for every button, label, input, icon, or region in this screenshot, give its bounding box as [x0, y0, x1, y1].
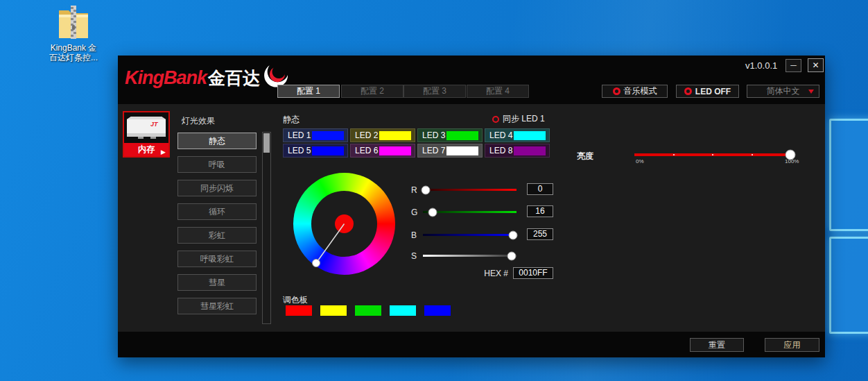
effect-button-rainbow[interactable]: 彩虹 [177, 227, 257, 244]
brightness-tick-50 [712, 154, 713, 155]
effects-scrollbar-thumb[interactable] [263, 133, 270, 153]
led-2-label: LED 2 [355, 130, 378, 140]
palette-swatch-cyan[interactable] [390, 305, 416, 316]
zip-folder-icon [58, 4, 89, 40]
led-6-cell[interactable]: LED 6 [350, 144, 415, 158]
led-6-color-swatch [379, 146, 411, 155]
music-mode-icon [613, 87, 620, 95]
led-5-cell[interactable]: LED 5 [283, 144, 348, 158]
slider-g-handle[interactable] [428, 208, 437, 217]
led-2-cell[interactable]: LED 2 [350, 128, 415, 142]
app-window: v1.0.0.1 ─ ✕ KingBank 金百达 配置 1 配置 2 配置 3… [118, 56, 825, 357]
led-8-label: LED 8 [489, 146, 512, 155]
slider-s-handle[interactable] [507, 251, 517, 260]
slider-r-track[interactable] [423, 189, 517, 191]
desktop-wallpaper: KingBank 金 百达灯条控... v1.0.0.1 ─ ✕ KingBan… [0, 0, 868, 381]
led-1-cell[interactable]: LED 1 [283, 128, 348, 142]
svg-text:JT: JT [150, 121, 159, 128]
sync-indicator-icon [492, 116, 499, 123]
sync-led1-label: 同步 LED 1 [503, 113, 545, 125]
language-label: 简体中文 [767, 85, 800, 97]
brightness-tick-75 [752, 154, 753, 155]
led-4-label: LED 4 [489, 130, 512, 140]
led-grid: LED 1 LED 2 LED 3 LED 4 LED 5 LED 6 LED … [283, 128, 550, 158]
effect-button-breathing[interactable]: 呼吸 [177, 156, 257, 173]
slider-r-handle[interactable] [422, 185, 431, 194]
palette-swatch-red[interactable] [286, 305, 312, 316]
music-mode-label: 音乐模式 [624, 85, 657, 97]
led-5-color-swatch [312, 146, 344, 155]
led-7-color-swatch [446, 146, 478, 155]
led-6-label: LED 6 [355, 146, 378, 155]
led-off-button[interactable]: LED OFF [676, 85, 739, 98]
wallpaper-window-pane-top [829, 119, 868, 231]
led-3-label: LED 3 [422, 130, 445, 140]
hex-label: HEX # [458, 269, 508, 278]
app-logo: KingBank 金百达 [125, 67, 288, 90]
color-wheel[interactable] [293, 173, 395, 275]
music-mode-button[interactable]: 音乐模式 [602, 85, 668, 98]
language-dropdown[interactable]: 简体中文 [747, 85, 819, 98]
slider-r-label: R [411, 185, 417, 195]
slider-b-value[interactable]: 255 [527, 228, 553, 240]
apply-button[interactable]: 应用 [765, 338, 819, 352]
ram-module-image: JT [124, 112, 168, 143]
slider-g-label: G [411, 208, 417, 217]
effect-button-breathing-rainbow[interactable]: 呼吸彩虹 [177, 251, 257, 267]
slider-s-label: S [411, 251, 417, 261]
effect-button-comet[interactable]: 彗星 [177, 274, 257, 291]
brand-chinese-wordmark: 金百达 [208, 67, 260, 90]
wallpaper-window-pane-bottom [829, 237, 868, 334]
effects-scrollbar[interactable] [262, 132, 271, 324]
tab-config-3[interactable]: 配置 3 [403, 85, 466, 98]
led-off-label: LED OFF [695, 87, 731, 96]
current-mode-label: 静态 [283, 114, 300, 126]
slider-s-track[interactable] [423, 255, 517, 257]
led-4-color-swatch [514, 131, 546, 140]
brightness-min-label: 0% [636, 158, 644, 164]
led-3-cell[interactable]: LED 3 [417, 128, 483, 142]
hex-input[interactable]: 0010FF [513, 267, 553, 279]
tab-config-1[interactable]: 配置 1 [277, 85, 340, 98]
palette-swatch-green[interactable] [355, 305, 381, 316]
effect-button-sync-flash[interactable]: 同步闪烁 [177, 180, 257, 196]
brightness-label: 亮度 [577, 151, 593, 162]
slider-b-handle[interactable] [508, 230, 517, 239]
effect-button-static[interactable]: 静态 [177, 133, 257, 149]
reset-button[interactable]: 重置 [690, 338, 744, 352]
close-button[interactable]: ✕ [808, 58, 824, 72]
sync-led1-toggle[interactable]: 同步 LED 1 [492, 113, 545, 125]
device-memory-card[interactable]: JT 内存 ▶ [123, 111, 170, 158]
desktop-shortcut-label-line1: KingBank 金 [42, 43, 105, 53]
palette-swatch-blue[interactable] [424, 305, 451, 316]
slider-b-label: B [411, 230, 417, 240]
minimize-button[interactable]: ─ [785, 59, 801, 72]
device-label-bar: 内存 ▶ [124, 143, 168, 156]
tab-config-4[interactable]: 配置 4 [467, 85, 529, 98]
brightness-slider-track[interactable] [634, 153, 790, 156]
palette-swatch-yellow[interactable] [320, 305, 347, 316]
dropdown-arrow-icon [808, 90, 814, 94]
effects-title: 灯光效果 [182, 115, 215, 127]
slider-g-value[interactable]: 16 [527, 205, 553, 217]
led-4-cell[interactable]: LED 4 [485, 128, 550, 142]
led-8-cell[interactable]: LED 8 [485, 144, 550, 158]
device-label: 内存 [138, 144, 155, 154]
color-wheel-indicator [293, 173, 395, 275]
led-1-color-swatch [312, 131, 344, 140]
brightness-tick-25 [673, 154, 675, 155]
color-wheel-handle[interactable] [313, 260, 320, 267]
led-8-color-swatch [514, 146, 546, 155]
slider-b-track[interactable] [423, 234, 517, 236]
led-7-cell[interactable]: LED 7 [417, 144, 483, 158]
tab-config-2[interactable]: 配置 2 [341, 85, 403, 98]
slider-r-value[interactable]: 0 [527, 183, 553, 195]
effect-button-cycle[interactable]: 循环 [177, 203, 257, 220]
desktop-shortcut-kingbank[interactable]: KingBank 金 百达灯条控... [42, 4, 105, 62]
palette-title: 调色板 [283, 294, 308, 306]
version-label: v1.0.0.1 [745, 60, 777, 71]
led-2-color-swatch [379, 131, 411, 140]
slider-g-track[interactable] [423, 211, 517, 213]
device-expand-arrow-icon: ▶ [161, 146, 166, 159]
effect-button-comet-rainbow[interactable]: 彗星彩虹 [177, 298, 257, 314]
